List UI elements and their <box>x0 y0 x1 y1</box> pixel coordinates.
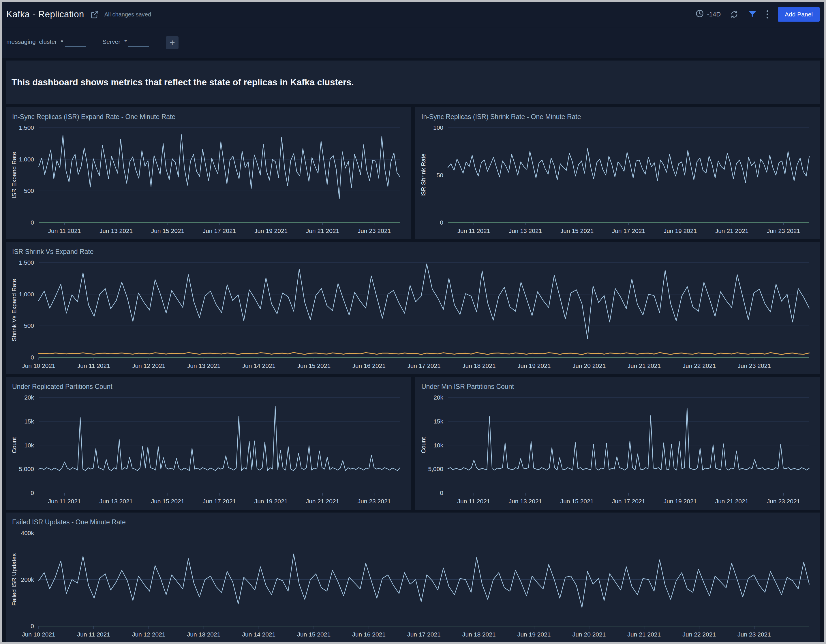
svg-text:Jun 23 2021: Jun 23 2021 <box>358 498 391 505</box>
svg-text:Jun 15 2021: Jun 15 2021 <box>297 631 331 638</box>
chart-area: 05,00010k15k20kCountJun 11 2021Jun 13 20… <box>11 393 406 507</box>
svg-text:Count: Count <box>420 437 427 453</box>
svg-text:Jun 19 2021: Jun 19 2021 <box>664 498 697 505</box>
svg-text:5,000: 5,000 <box>19 466 34 472</box>
save-status: All changes saved <box>104 11 151 18</box>
svg-text:Count: Count <box>11 437 17 453</box>
toolbar: -14D <box>696 7 820 22</box>
filter-server: Server * <box>102 38 149 47</box>
svg-text:Jun 12 2021: Jun 12 2021 <box>132 362 166 369</box>
svg-text:0: 0 <box>31 354 34 361</box>
svg-text:0: 0 <box>31 219 34 226</box>
description-panel: This dashboard shows metrics that reflec… <box>6 60 820 104</box>
svg-text:Jun 19 2021: Jun 19 2021 <box>517 631 551 638</box>
svg-text:Jun 21 2021: Jun 21 2021 <box>715 498 749 505</box>
svg-text:Jun 23 2021: Jun 23 2021 <box>767 498 800 505</box>
clock-icon <box>696 9 704 20</box>
svg-text:1,500: 1,500 <box>19 259 34 266</box>
svg-text:Jun 11 2021: Jun 11 2021 <box>457 498 490 505</box>
svg-text:Jun 18 2021: Jun 18 2021 <box>462 631 496 638</box>
chart-title: In-Sync Replicas (ISR) Shrink Rate - One… <box>421 113 815 121</box>
chart-under-replicated-partitions[interactable]: 05,00010k15k20kCountJun 11 2021Jun 13 20… <box>11 393 406 507</box>
dashboard-description: This dashboard shows metrics that reflec… <box>12 77 354 88</box>
svg-text:Jun 22 2021: Jun 22 2021 <box>682 362 716 369</box>
svg-text:Jun 19 2021: Jun 19 2021 <box>664 228 697 234</box>
svg-text:Jun 15 2021: Jun 15 2021 <box>151 228 185 234</box>
svg-text:Failed ISR Updates: Failed ISR Updates <box>11 553 17 606</box>
svg-text:ISR Shrink Rate: ISR Shrink Rate <box>420 153 427 197</box>
add-filter-button[interactable]: + <box>166 36 179 49</box>
chart-area: 05,00010k15k20kCountJun 11 2021Jun 13 20… <box>420 393 815 507</box>
chart-area: 05001,0001,500ISR Expand RateJun 11 2021… <box>11 123 406 237</box>
svg-text:1,000: 1,000 <box>19 291 34 297</box>
svg-text:Jun 19 2021: Jun 19 2021 <box>255 498 288 505</box>
filter-icon[interactable] <box>748 10 757 19</box>
svg-text:Jun 23 2021: Jun 23 2021 <box>767 228 800 234</box>
svg-text:Jun 15 2021: Jun 15 2021 <box>560 498 594 505</box>
svg-text:Jun 11 2021: Jun 11 2021 <box>77 631 110 638</box>
svg-text:Jun 13 2021: Jun 13 2021 <box>509 498 542 505</box>
svg-text:Jun 15 2021: Jun 15 2021 <box>560 228 594 234</box>
filter-label: Server <box>102 38 120 47</box>
chart-isr-expand-rate[interactable]: 05001,0001,500ISR Expand RateJun 11 2021… <box>11 123 406 237</box>
dashboard-header: Kafka - Replication All changes saved -1… <box>2 2 824 27</box>
svg-text:15k: 15k <box>24 418 34 425</box>
svg-text:Jun 12 2021: Jun 12 2021 <box>132 631 166 638</box>
page-title: Kafka - Replication <box>6 9 84 20</box>
svg-text:5,000: 5,000 <box>428 466 443 472</box>
svg-text:20k: 20k <box>24 394 34 401</box>
svg-text:500: 500 <box>24 322 34 329</box>
svg-text:15k: 15k <box>433 418 443 425</box>
chart-under-min-isr-partitions[interactable]: 05,00010k15k20kCountJun 11 2021Jun 13 20… <box>420 393 815 507</box>
filter-bar: messaging_cluster * Server * + <box>2 27 824 58</box>
messaging-cluster-input[interactable] <box>65 38 85 47</box>
add-panel-button[interactable]: Add Panel <box>778 7 820 22</box>
svg-text:Jun 21 2021: Jun 21 2021 <box>627 631 661 638</box>
svg-text:0: 0 <box>440 489 443 496</box>
svg-text:Jun 22 2021: Jun 22 2021 <box>682 631 716 638</box>
svg-text:Jun 14 2021: Jun 14 2021 <box>242 362 276 369</box>
svg-text:Jun 23 2021: Jun 23 2021 <box>358 228 391 234</box>
svg-text:0: 0 <box>440 219 443 226</box>
svg-text:Jun 19 2021: Jun 19 2021 <box>255 228 288 234</box>
panel-isr-expand-rate: In-Sync Replicas (ISR) Expand Rate - One… <box>6 107 411 239</box>
chart-title: ISR Shrink Vs Expand Rate <box>12 248 815 256</box>
svg-text:Jun 21 2021: Jun 21 2021 <box>715 228 749 234</box>
required-marker: * <box>61 38 63 45</box>
svg-text:Jun 13 2021: Jun 13 2021 <box>187 631 220 638</box>
svg-text:200k: 200k <box>21 576 34 583</box>
svg-text:Jun 10 2021: Jun 10 2021 <box>22 362 55 369</box>
svg-text:1,000: 1,000 <box>19 156 34 163</box>
svg-text:0: 0 <box>31 623 34 629</box>
svg-text:Jun 23 2021: Jun 23 2021 <box>738 631 771 638</box>
svg-text:Jun 18 2021: Jun 18 2021 <box>462 362 496 369</box>
svg-text:Jun 23 2021: Jun 23 2021 <box>738 362 771 369</box>
svg-text:Jun 10 2021: Jun 10 2021 <box>22 631 55 638</box>
svg-text:Jun 16 2021: Jun 16 2021 <box>352 631 386 638</box>
chart-title: Under Min ISR Partitions Count <box>421 383 815 391</box>
svg-text:Jun 11 2021: Jun 11 2021 <box>77 362 110 369</box>
chart-isr-shrink-vs-expand[interactable]: 05001,0001,500Shrink Vs Expand RateJun 1… <box>11 258 815 372</box>
chart-title: Under Replicated Partitions Count <box>12 383 406 391</box>
svg-text:10k: 10k <box>433 442 443 449</box>
svg-text:Jun 14 2021: Jun 14 2021 <box>242 631 276 638</box>
svg-text:Jun 13 2021: Jun 13 2021 <box>99 498 133 505</box>
chart-area: 0200k400kFailed ISR UpdatesJun 10 2021Ju… <box>11 528 815 641</box>
svg-text:Jun 21 2021: Jun 21 2021 <box>306 498 340 505</box>
server-input[interactable] <box>128 38 149 47</box>
svg-text:Jun 20 2021: Jun 20 2021 <box>573 631 606 638</box>
time-range-control[interactable]: -14D <box>696 9 721 20</box>
refresh-icon[interactable] <box>730 9 739 19</box>
required-marker: * <box>124 38 127 45</box>
svg-text:100: 100 <box>433 124 443 131</box>
svg-text:Jun 15 2021: Jun 15 2021 <box>297 362 331 369</box>
chart-title: Failed ISR Updates - One Minute Rate <box>12 518 815 526</box>
panel-under-replicated-partitions: Under Replicated Partitions Count 05,000… <box>6 377 411 510</box>
share-icon[interactable] <box>90 10 99 19</box>
svg-text:Jun 17 2021: Jun 17 2021 <box>612 498 646 505</box>
chart-isr-shrink-rate[interactable]: 050100ISR Shrink RateJun 11 2021Jun 13 2… <box>420 123 815 237</box>
more-options-icon[interactable] <box>766 9 769 19</box>
chart-failed-isr-updates[interactable]: 0200k400kFailed ISR UpdatesJun 10 2021Ju… <box>11 528 815 641</box>
svg-text:Jun 11 2021: Jun 11 2021 <box>457 228 490 234</box>
panel-isr-shrink-rate: In-Sync Replicas (ISR) Shrink Rate - One… <box>415 107 820 239</box>
